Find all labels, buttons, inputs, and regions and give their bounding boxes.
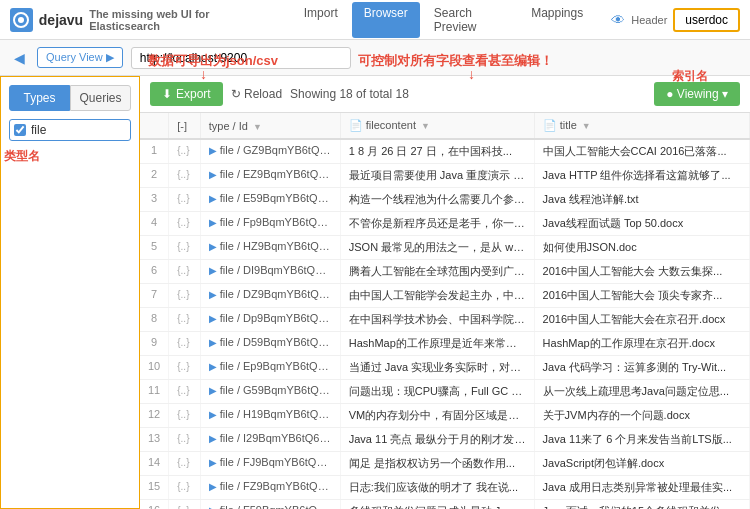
row-arrow-icon[interactable]: ▶ [209,361,217,372]
row-arrow-icon[interactable]: ▶ [209,241,217,252]
row-expand[interactable]: {..} [169,380,201,404]
row-type-id: ▶ file / DZ9BqmYB6tQ6M8... [200,284,340,308]
row-expand[interactable]: {..} [169,139,201,164]
col-header-type-id[interactable]: type / Id ▼ [200,113,340,139]
expand-icon[interactable]: {..} [177,217,189,228]
nav-search-preview[interactable]: Search Preview [422,2,517,38]
row-type-id: ▶ file / EZ9BqmYB6tQ6M8... [200,164,340,188]
expand-icon[interactable]: {..} [177,289,189,300]
url-input[interactable] [131,47,351,69]
table-row: 7 {..} ▶ file / DZ9BqmYB6tQ6M8... 由中国人工智… [140,284,750,308]
row-arrow-icon[interactable]: ▶ [209,433,217,444]
col-header-filecontent[interactable]: 📄 filecontent ▼ [340,113,534,139]
table-row: 13 {..} ▶ file / I29BqmYB6tQ6M8... Java … [140,428,750,452]
row-number: 8 [140,308,169,332]
row-arrow-icon[interactable]: ▶ [209,217,217,228]
expand-icon[interactable]: {..} [177,337,189,348]
row-expand[interactable]: {..} [169,452,201,476]
type-label-file: file [31,123,46,137]
row-arrow-icon[interactable]: ▶ [209,145,217,156]
row-number: 7 [140,284,169,308]
data-table-container: [-] type / Id ▼ 📄 filecontent ▼ [140,113,750,509]
user-index-input[interactable]: userdoc [673,8,740,32]
row-expand[interactable]: {..} [169,428,201,452]
row-title: 关于JVM内存的一个问题.docx [534,404,749,428]
expand-icon[interactable]: {..} [177,361,189,372]
nav-import[interactable]: Import [292,2,350,38]
expand-icon[interactable]: {..} [177,193,189,204]
row-number: 11 [140,380,169,404]
main-nav: Import Browser Search Preview Mappings [292,2,595,38]
expand-icon[interactable]: {..} [177,313,189,324]
col-header-num [140,113,169,139]
expand-icon[interactable]: {..} [177,433,189,444]
row-arrow-icon[interactable]: ▶ [209,505,217,509]
row-arrow-icon[interactable]: ▶ [209,457,217,468]
sidebar-tab-types[interactable]: Types [9,85,70,111]
row-title: 如何使用JSON.doc [534,236,749,260]
sort-icon-title: ▼ [582,121,591,131]
reload-button[interactable]: ↻ Reload [231,87,282,101]
row-arrow-icon[interactable]: ▶ [209,265,217,276]
row-type-id: ▶ file / GZ9BqmYB6tQ6M8... [200,139,340,164]
row-expand[interactable]: {..} [169,356,201,380]
row-title: Java 成用日志类别异常被处理最佳实... [534,476,749,500]
row-expand[interactable]: {..} [169,500,201,510]
table-row: 4 {..} ▶ file / Fp9BqmYB6tQ6M8... 不管你是新程… [140,212,750,236]
row-number: 2 [140,164,169,188]
row-number: 1 [140,139,169,164]
query-view-button[interactable]: Query View ▶ [37,47,123,68]
expand-icon[interactable]: {..} [177,169,189,180]
row-title: Java HTTP 组件你选择看这篇就够了... [534,164,749,188]
row-arrow-icon[interactable]: ▶ [209,409,217,420]
eye-icon[interactable]: 👁 [611,12,625,28]
row-expand[interactable]: {..} [169,236,201,260]
row-number: 16 [140,500,169,510]
row-arrow-icon[interactable]: ▶ [209,169,217,180]
row-arrow-icon[interactable]: ▶ [209,481,217,492]
logo-icon [10,8,33,32]
row-expand[interactable]: {..} [169,404,201,428]
type-checkbox-file[interactable] [14,124,26,136]
row-arrow-icon[interactable]: ▶ [209,337,217,348]
expand-icon[interactable]: {..} [177,481,189,492]
row-arrow-icon[interactable]: ▶ [209,289,217,300]
row-expand[interactable]: {..} [169,284,201,308]
row-expand[interactable]: {..} [169,164,201,188]
row-expand[interactable]: {..} [169,476,201,500]
expand-icon[interactable]: {..} [177,385,189,396]
row-arrow-icon[interactable]: ▶ [209,385,217,396]
nav-back-btn[interactable]: ◀ [10,48,29,68]
row-filecontent: VM的内存划分中，有固分区域是固... [340,404,534,428]
row-title: 2016中国人工智能大会在京召开.docx [534,308,749,332]
main-area: Types Queries file ⬇ Export ↻ Reload Sho… [0,76,750,509]
table-row: 14 {..} ▶ file / FJ9BqmYB6tQ0M8d... 闻足 是… [140,452,750,476]
row-title: Java线程面试题 Top 50.docx [534,212,749,236]
expand-icon[interactable]: {..} [177,241,189,252]
row-arrow-icon[interactable]: ▶ [209,313,217,324]
expand-icon[interactable]: {..} [177,505,189,509]
expand-icon[interactable]: {..} [177,409,189,420]
row-type-id: ▶ file / H19BqmYB6tQ6M8... [200,404,340,428]
col-header-title[interactable]: 📄 title ▼ [534,113,749,139]
type-item-file[interactable]: file [9,119,131,141]
expand-icon[interactable]: {..} [177,457,189,468]
sidebar-tab-queries[interactable]: Queries [70,85,131,111]
table-row: 10 {..} ▶ file / Ep9BqmYB6tQ6M8... 当通过 J… [140,356,750,380]
expand-icon[interactable]: {..} [177,145,189,156]
row-expand[interactable]: {..} [169,212,201,236]
row-arrow-icon[interactable]: ▶ [209,193,217,204]
row-filecontent: 在中国科学技术协会、中国科学院的... [340,308,534,332]
row-title: 2016中国人工智能大会 大数云集探... [534,260,749,284]
expand-icon[interactable]: {..} [177,265,189,276]
nav-mappings[interactable]: Mappings [519,2,595,38]
row-type-id: ▶ file / Ep9BqmYB6tQ6M8... [200,356,340,380]
row-expand[interactable]: {..} [169,260,201,284]
table-row: 2 {..} ▶ file / EZ9BqmYB6tQ6M8... 最近项目需要… [140,164,750,188]
nav-browser[interactable]: Browser [352,2,420,38]
row-expand[interactable]: {..} [169,332,201,356]
row-expand[interactable]: {..} [169,188,201,212]
viewing-button[interactable]: ● Viewing ▾ [654,82,740,106]
export-button[interactable]: ⬇ Export [150,82,223,106]
row-expand[interactable]: {..} [169,308,201,332]
